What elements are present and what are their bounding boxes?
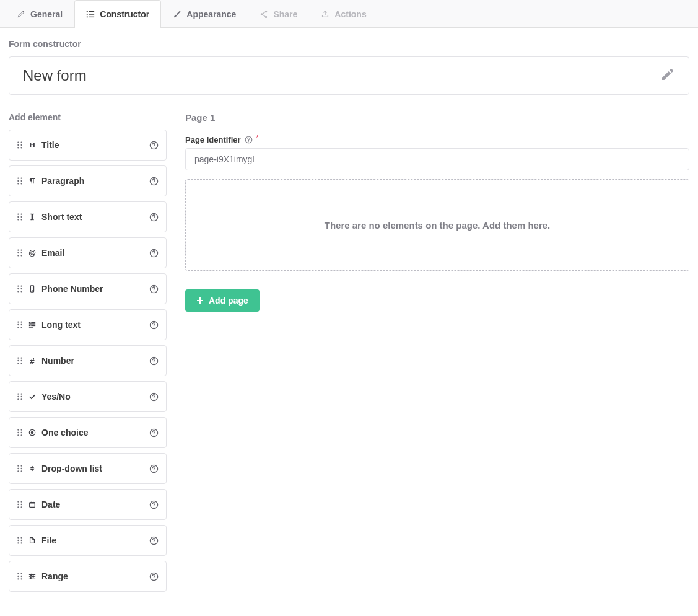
help-icon[interactable]: [149, 320, 159, 330]
long-text-icon: [28, 321, 37, 328]
help-icon[interactable]: [149, 249, 159, 258]
element-label: Yes/No: [41, 392, 149, 402]
help-icon[interactable]: [149, 213, 159, 222]
svg-point-10: [17, 141, 19, 143]
svg-point-121: [17, 578, 19, 579]
svg-point-23: [20, 183, 22, 184]
svg-point-129: [248, 141, 249, 142]
help-icon[interactable]: [149, 392, 159, 402]
svg-point-93: [20, 465, 22, 466]
tab-actions: Actions: [309, 0, 378, 28]
element-item-yesno[interactable]: Yes/No: [9, 381, 167, 412]
tabs-nav: General Constructor Appearance Share Act…: [0, 0, 698, 28]
svg-point-108: [154, 506, 154, 507]
page-identifier-input[interactable]: [185, 148, 689, 170]
svg-rect-131: [197, 300, 203, 301]
export-icon: [321, 10, 329, 19]
svg-point-18: [17, 177, 19, 178]
help-icon[interactable]: [149, 572, 159, 581]
svg-point-52: [17, 321, 19, 322]
element-item-short-text[interactable]: Short text: [9, 201, 167, 232]
svg-point-78: [17, 398, 19, 400]
help-icon[interactable]: [245, 136, 253, 144]
svg-point-117: [17, 573, 19, 574]
help-icon[interactable]: [149, 428, 159, 438]
svg-point-53: [20, 321, 22, 322]
svg-point-37: [20, 252, 22, 253]
svg-rect-106: [30, 503, 35, 508]
help-icon[interactable]: [149, 141, 159, 150]
help-icon[interactable]: [149, 464, 159, 473]
svg-point-67: [20, 357, 22, 358]
svg-point-56: [17, 327, 19, 328]
element-item-title[interactable]: H Title: [9, 130, 167, 161]
svg-point-19: [20, 177, 22, 178]
brush-icon: [173, 10, 181, 19]
svg-point-89: [31, 431, 33, 433]
help-icon[interactable]: [149, 500, 159, 509]
svg-point-81: [154, 398, 154, 399]
tab-appearance[interactable]: Appearance: [161, 0, 248, 28]
element-list: H Title Paragraph Short text: [9, 130, 167, 592]
element-label: Range: [41, 571, 149, 581]
svg-point-68: [17, 360, 19, 361]
svg-point-113: [17, 542, 19, 543]
svg-point-33: [154, 219, 154, 219]
svg-point-27: [20, 213, 22, 214]
help-icon[interactable]: [149, 284, 159, 294]
svg-rect-60: [29, 323, 35, 324]
add-page-button[interactable]: Add page: [185, 289, 260, 312]
svg-point-46: [17, 291, 19, 292]
drag-handle-icon: [17, 177, 23, 185]
svg-point-116: [154, 542, 154, 543]
drag-handle-icon: [17, 572, 23, 581]
element-item-paragraph[interactable]: Paragraph: [9, 165, 167, 196]
element-item-one-choice[interactable]: One choice: [9, 417, 167, 448]
element-item-dropdown[interactable]: Drop-down list: [9, 453, 167, 484]
edit-title-button[interactable]: [660, 67, 675, 84]
svg-point-86: [17, 434, 19, 436]
svg-rect-61: [29, 325, 31, 326]
svg-point-101: [20, 501, 22, 502]
element-item-email[interactable]: @ Email: [9, 237, 167, 268]
tab-share: Share: [248, 0, 309, 28]
svg-point-97: [20, 470, 22, 472]
help-icon[interactable]: [149, 356, 159, 366]
svg-point-118: [20, 573, 22, 574]
sliders-icon: [28, 573, 37, 580]
phone-icon: [28, 285, 37, 293]
svg-point-45: [20, 288, 22, 289]
svg-point-71: [20, 363, 22, 364]
svg-point-109: [17, 537, 19, 538]
tab-constructor[interactable]: Constructor: [74, 0, 161, 28]
drag-handle-icon: [17, 464, 23, 473]
svg-point-79: [20, 398, 22, 400]
svg-point-82: [17, 429, 19, 430]
element-label: One choice: [41, 428, 149, 438]
svg-point-20: [17, 180, 19, 182]
element-item-date[interactable]: Date: [9, 489, 167, 520]
drag-handle-icon: [17, 213, 23, 221]
target-icon: [28, 429, 37, 436]
svg-point-39: [20, 255, 22, 256]
dropzone-message: There are no elements on the page. Add t…: [325, 220, 551, 231]
svg-point-28: [17, 216, 19, 218]
heading-icon: H: [28, 140, 37, 150]
calendar-icon: [28, 501, 37, 508]
element-item-file[interactable]: File: [9, 525, 167, 556]
svg-point-114: [20, 542, 22, 543]
element-item-number[interactable]: # Number: [9, 345, 167, 376]
help-icon[interactable]: [149, 536, 159, 545]
drag-handle-icon: [17, 392, 23, 401]
help-icon[interactable]: [149, 177, 159, 186]
svg-point-123: [30, 574, 32, 575]
svg-point-125: [30, 578, 31, 579]
page-dropzone[interactable]: There are no elements on the page. Add t…: [185, 179, 689, 271]
svg-point-31: [20, 219, 22, 220]
svg-point-87: [20, 434, 22, 436]
element-item-phone[interactable]: Phone Number: [9, 273, 167, 304]
tab-general[interactable]: General: [5, 0, 74, 28]
svg-point-38: [17, 255, 19, 256]
element-item-long-text[interactable]: Long text: [9, 309, 167, 340]
element-item-range[interactable]: Range: [9, 561, 167, 592]
